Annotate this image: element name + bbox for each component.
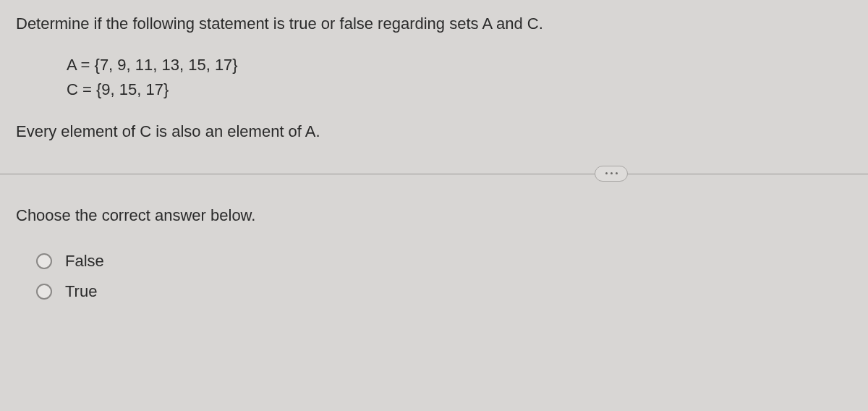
ellipsis-dot-icon xyxy=(616,172,618,174)
set-c-line: C = {9, 15, 17} xyxy=(67,77,852,102)
radio-icon xyxy=(36,284,52,300)
option-label: True xyxy=(65,282,97,301)
sets-definition: A = {7, 9, 11, 13, 15, 17} C = {9, 15, 1… xyxy=(16,53,852,102)
more-options-button[interactable] xyxy=(595,166,628,182)
answer-prompt: Choose the correct answer below. xyxy=(16,205,852,227)
option-false[interactable]: False xyxy=(36,252,852,271)
option-true[interactable]: True xyxy=(36,282,852,301)
section-divider xyxy=(16,174,852,174)
ellipsis-dot-icon xyxy=(610,172,613,174)
question-prompt: Determine if the following statement is … xyxy=(16,13,852,35)
divider-line xyxy=(0,174,868,174)
ellipsis-dot-icon xyxy=(605,172,608,174)
option-label: False xyxy=(65,252,104,271)
answer-options: False True xyxy=(16,252,852,301)
radio-icon xyxy=(36,253,52,269)
set-a-line: A = {7, 9, 11, 13, 15, 17} xyxy=(67,53,852,77)
question-statement: Every element of C is also an element of… xyxy=(16,121,852,143)
